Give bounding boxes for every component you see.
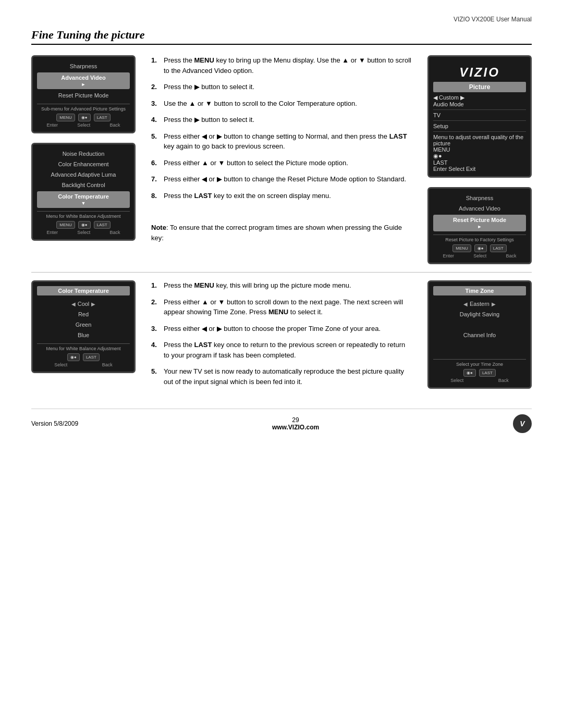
inst7-text: Press either ◀ or ▶ button to change the… [164,174,412,184]
screen5-time-zone: Time Zone ◀ Eastern ▶ Daylight Saving Ch… [427,280,532,389]
screen5-label-back: Back [498,378,509,383]
screen4-label-select: Select [473,253,486,258]
screen4-advanced-video: Advanced Video [433,203,526,214]
screen3-title: Color Temperature [37,286,130,295]
screen1-advanced-video: Sharpness Advanced Video► Reset Picture … [31,55,136,133]
screen3-btn-ok: ◉● [67,353,80,361]
instruction-b4: 4. Press the LAST key once to return to … [151,340,412,360]
screen3-label-back: Back [102,362,113,367]
screen5-channel-info: Channel Info [433,330,526,340]
screen5-footer: Select your Time Zone [433,359,526,367]
left-screens-bottom: Color Temperature ◀ Cool ▶ Red Green Blu… [31,280,136,393]
vizio-buttons: MENU ◉● LAST [433,146,526,166]
instruction-6: 6. Press either ▲ or ▼ button to select … [151,158,412,168]
screen1-footer: Sub-menu for Advanced Picture Settings [37,104,130,112]
screen2-color-enhance: Color Enhancement [37,159,130,169]
instruction-b3: 3. Press either ◀ or ▶ button to choose … [151,324,412,334]
instb1-num: 1. [151,280,160,291]
screen1-btn-select-icon: ◉● [78,114,91,121]
screen1-label-select: Select [77,122,90,128]
screen1-label-enter: Enter [47,122,58,128]
screen4-sharpness: Sharpness [433,193,526,203]
instruction-b2: 2. Press either ▲ or ▼ button to scroll … [151,297,412,317]
vizio-label-enter: Enter [433,166,447,172]
screen2-adaptive: Advanced Adaptive Luma [37,169,130,180]
instruction-5: 5. Press either ◀ or ▶ button to change … [151,131,412,152]
screen5-btn-labels: Select Back [433,378,526,383]
instruction-3: 3. Use the ▲ or ▼ button to scroll to th… [151,98,412,109]
screen4-label-enter: Enter [443,253,455,258]
page-footer: Version 5/8/2009 29 www.VIZIO.com V [31,409,532,433]
screen4-label-back: Back [506,253,516,258]
note-text: Note: To ensure that the correct program… [151,223,412,243]
bottom-section: Color Temperature ◀ Cool ▶ Red Green Blu… [31,280,532,393]
vizio-btn-last: LAST [433,159,526,166]
screen2-btn-select-icon: ◉● [78,221,91,229]
screen2-color-temp: Noise Reduction Color Enhancement Advanc… [31,143,136,241]
instructions-section2: 1. Press the MENU key, this will bring u… [151,280,412,393]
screen1-advanced-video-item: Advanced Video► [37,72,130,89]
screen2-label-select: Select [77,230,90,235]
screen5-title: Time Zone [433,286,526,295]
vizio-picture-screen: VIZIO Picture ◀ Custom ▶ Audio Mode TV S… [427,55,532,178]
top-section: Sharpness Advanced Video► Reset Picture … [31,55,532,264]
center-bottom: 1. Press the MENU key, this will bring u… [151,280,412,393]
page-title: Fine Tuning the picture [31,28,532,45]
screen2-color-temp-item: Color Temperature▼ [37,191,130,208]
screen5-eastern-label: Eastern [470,301,489,307]
vizio-setup: Setup [433,123,526,129]
screen3-left-arrow: ◀ [71,301,76,307]
screen2-btn-labels: Enter Select Back [37,230,130,235]
screen1-btn-labels: Enter Select Back [37,122,130,128]
inst4-num: 4. [151,115,160,125]
screen2-btn-menu: MENU [56,221,75,229]
vizio-tv: TV [433,112,526,118]
screen3-label-select: Select [54,362,67,367]
instruction-b1: 1. Press the MENU key, this will bring u… [151,280,412,291]
footer-logo: V [513,414,532,433]
vizio-footer: Menu to adjust overall quality of the pi… [433,134,526,146]
screen5-right-arrow: ▶ [492,301,496,307]
screen1-label-back: Back [109,122,120,128]
screen3-btn-labels: Select Back [37,362,130,367]
screen2-btn-last: LAST [94,221,111,229]
page: VIZIO VX200E User Manual Fine Tuning the… [0,0,563,454]
screen4-btn-last: LAST [490,244,507,252]
section-divider [31,272,532,273]
inst7-num: 7. [151,174,160,184]
screen2-backlight: Backlight Control [37,180,130,190]
screen1-sharpness: Sharpness [37,61,130,71]
right-screens-top: VIZIO Picture ◀ Custom ▶ Audio Mode TV S… [427,55,532,264]
inst8-num: 8. [151,191,160,201]
screen1-btn-menu: MENU [56,114,75,121]
instb4-num: 4. [151,340,160,360]
screen3-red: Red [37,309,130,319]
vizio-btn-menu: MENU [433,146,526,153]
instructions-section1: 1. Press the MENU key to bring up the Me… [151,55,412,207]
inst1-num: 1. [151,55,160,76]
instb2-text: Press either ▲ or ▼ button to scroll dow… [164,297,412,317]
inst3-text: Use the ▲ or ▼ button to scroll to the C… [164,98,412,109]
inst1-text: Press the MENU key to bring up the Menu … [164,55,412,76]
instb5-num: 5. [151,366,160,387]
right-screens-bottom: Time Zone ◀ Eastern ▶ Daylight Saving Ch… [427,280,532,393]
inst6-text: Press either ▲ or ▼ button to select the… [164,158,412,168]
instb5-text: Your new TV set is now ready to automati… [164,366,412,387]
screen3-btn-last: LAST [83,353,100,361]
instb2-num: 2. [151,297,160,317]
screen5-buttons: ◉● LAST [433,369,526,377]
screen1-btn-last: LAST [94,114,111,121]
instb3-text: Press either ◀ or ▶ button to choose the… [164,324,412,334]
inst2-text: Press the ▶ button to select it. [164,82,412,92]
footer-center: 29 www.VIZIO.com [272,416,319,431]
screen2-label-back: Back [109,230,120,235]
vizio-arrow-left: ◀ [433,94,437,101]
vizio-audio-mode: Audio Mode [433,101,526,107]
screen4-btn-ok: ◉● [474,244,487,252]
screen4-btn-labels: Enter Select Back [433,253,526,258]
instb4-text: Press the LAST key once to return to the… [164,340,412,360]
vizio-label-select: Select [448,166,464,172]
vizio-btn-ok: ◉● [433,153,526,159]
screen5-btn-ok: ◉● [463,369,476,377]
vizio-arrow-right: ▶ [460,94,464,101]
